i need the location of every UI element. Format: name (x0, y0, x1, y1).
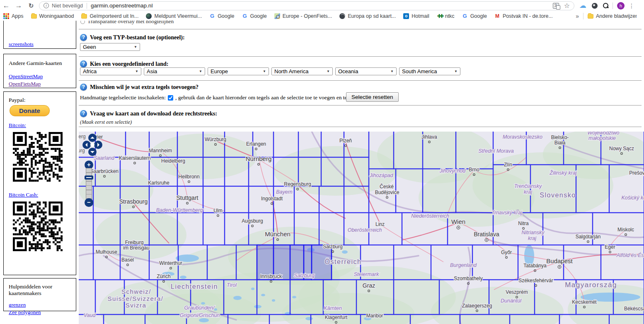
reload-button[interactable]: ↻ (25, 1, 37, 11)
map-tile[interactable] (203, 213, 225, 245)
help-icon[interactable]: ? (80, 84, 87, 91)
map-tile[interactable] (601, 245, 644, 280)
help-icon[interactable]: ? (80, 34, 87, 41)
browser-chrome: ← → ↻ i Niet beveiligd garmin.openstreet… (0, 0, 644, 21)
map-label: Vaud (84, 312, 96, 318)
translate-icon[interactable]: 文 (553, 3, 559, 9)
map-label: Nürnberg (246, 155, 272, 162)
map-label: Freiburg (125, 240, 144, 245)
help-icon[interactable]: ? (80, 60, 87, 67)
pan-left-button[interactable] (82, 141, 91, 149)
openstreetmap-link[interactable]: OpenStreetMap (9, 73, 43, 79)
select-value: Europe (211, 68, 228, 74)
bookmark-item[interactable]: Apps (3, 13, 24, 19)
folder-icon (81, 14, 87, 19)
sidebar-box-tools: Hulpmiddelen voor kaartenmakers grenzen … (3, 278, 76, 311)
typ-select[interactable]: Geen ▼ (80, 43, 140, 51)
map-tile[interactable] (126, 132, 149, 157)
paypal-label: Paypal: (9, 97, 71, 103)
map-zoom-control: + − (84, 161, 94, 207)
map-label: Maribor (366, 313, 383, 319)
bookmark-item[interactable]: MPostvak IN - de.tore... (494, 13, 553, 19)
map-label: Liechtenstein (171, 283, 218, 290)
info-icon[interactable]: i (44, 3, 49, 8)
bookmark-item[interactable]: GGoogle (242, 13, 266, 19)
bookmark-item[interactable]: ✚✚ntkc (437, 13, 455, 19)
bookmark-item[interactable]: GGoogle (462, 13, 487, 19)
map-label: Miskolc (617, 227, 634, 233)
country-select-south-america[interactable]: South America▼ (399, 67, 460, 75)
menu-kebab-icon[interactable]: ⋮ (629, 2, 634, 9)
security-label: Niet beveiligd (52, 3, 83, 9)
chevron-down-icon: ▼ (135, 70, 138, 73)
cloud-extension-icon[interactable]: ☁ (579, 3, 586, 9)
map-label: Kaiserslautern (119, 155, 151, 161)
map-label: Linz (375, 221, 385, 227)
reset-selection-button[interactable]: Selectie resetten (346, 92, 399, 102)
forward-button[interactable]: → (12, 1, 25, 11)
pan-right-button[interactable] (94, 141, 102, 149)
bitcoin-cash-link[interactable]: Bitcoin Cash: (9, 192, 38, 198)
bookmarks-bar: AppsWoningaanbodGeïmporteerd uit In...Me… (0, 11, 644, 21)
address-bar[interactable]: i Niet beveiligd garmin.openstreetmap.nl… (39, 1, 574, 10)
zoom-slider-handle[interactable] (85, 175, 93, 180)
bookmark-item[interactable]: oHotmail (403, 13, 429, 19)
bookmark-item[interactable]: GGoogle (209, 13, 234, 19)
globe-extension-icon[interactable] (592, 3, 598, 9)
bookmark-item[interactable]: Meldpunt Vleermui... (146, 13, 202, 19)
country-select-north-america[interactable]: North America▼ (271, 67, 333, 75)
map-label: Jihovýchod (439, 168, 466, 174)
grenzen-link[interactable]: grenzen (9, 302, 26, 308)
back-button[interactable]: ← (0, 1, 12, 11)
donate-button[interactable]: Donate (10, 105, 50, 116)
tools-title: Hulpmiddelen voor kaartenmakers (9, 283, 71, 297)
apps-icon (3, 13, 9, 19)
bitcoin-link[interactable]: Bitcoin: (9, 122, 26, 128)
country-select-oceania[interactable]: Oceania▼ (335, 67, 397, 75)
tile-selection-map[interactable]: ergurgTrierMannheimKaiserslauternHeidelb… (79, 132, 644, 324)
country-select-africa[interactable]: Africa▼ (80, 67, 141, 75)
help-icon[interactable]: ? (80, 110, 87, 117)
bookmark-label: Apps (12, 13, 24, 19)
openfietsmap-link[interactable]: OpenFietsMap (9, 81, 41, 87)
bookmark-star-icon[interactable]: ☆ (564, 2, 570, 9)
map-label: Schweiz/ (121, 288, 151, 295)
map-label: Baden-Württemberg (156, 207, 203, 213)
profile-avatar[interactable]: h (617, 2, 625, 10)
map-label: Prešov (629, 170, 644, 176)
zoom-out-button[interactable]: − (85, 198, 93, 207)
bookmark-label: Europe - OpenFiets... (283, 13, 332, 19)
map-label: Mulhouse (96, 249, 117, 255)
bookmark-item[interactable]: Geïmporteerd uit In... (81, 13, 138, 19)
pan-down-button[interactable] (88, 148, 97, 156)
zoom-slider-track[interactable] (86, 168, 92, 200)
other-maps-title: Andere Garmin-kaarten (9, 60, 71, 67)
bookmarks-overflow-chevron[interactable]: » (576, 13, 579, 19)
folder-icon (31, 14, 37, 19)
map-tile[interactable] (79, 245, 93, 280)
bookmark-item[interactable]: Woningaanbod (31, 13, 74, 19)
pan-up-button[interactable] (88, 134, 97, 142)
green-plus-icon: ✚✚ (437, 13, 443, 19)
map-tile[interactable] (79, 213, 93, 245)
selection-note: (Maak eerst een selectie) (80, 119, 132, 125)
other-bookmarks-folder[interactable]: Andere bladwijzer (588, 13, 637, 19)
country-select-europe[interactable]: Europe▼ (208, 67, 269, 75)
map-label: Ulm (213, 208, 222, 214)
map-label: Trnavský kraj (491, 210, 523, 216)
manual-selection-checkbox[interactable] (168, 95, 173, 101)
toolbar-separator (613, 2, 613, 9)
bookmark-item[interactable]: Europa op sd kaart... (339, 13, 396, 19)
zee-polygonen-link[interactable]: Zee polygonen (9, 309, 41, 315)
country-select-asia[interactable]: Asia▼ (144, 67, 205, 75)
screenshots-link[interactable]: screenshots (9, 41, 34, 47)
map-tile[interactable] (79, 280, 95, 314)
map-tile[interactable] (225, 186, 249, 213)
bookmark-item[interactable]: Europe - OpenFiets... (274, 13, 332, 19)
chevron-down-icon: ▼ (390, 70, 394, 73)
overlay-option-label: Transparante overlay met hoogtelijnen (87, 21, 174, 25)
map-label: Székesfehérvár (518, 278, 553, 283)
overlay-radio[interactable] (80, 21, 85, 24)
search-extension-icon[interactable] (603, 3, 608, 8)
map-label: Saarbrücken (90, 168, 119, 174)
